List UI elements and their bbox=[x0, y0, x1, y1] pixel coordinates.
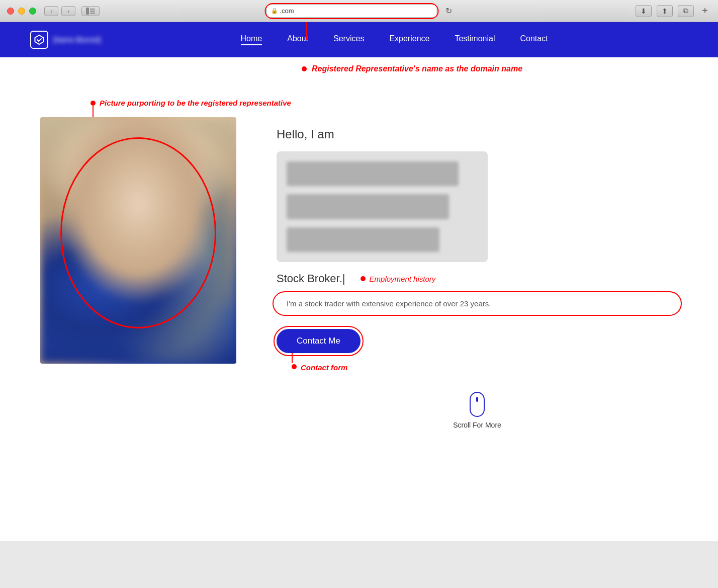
reload-button[interactable]: ↻ bbox=[445, 6, 452, 16]
annotation-dot-photo bbox=[91, 101, 96, 106]
svg-rect-1 bbox=[90, 9, 95, 10]
name-blur-line-3 bbox=[287, 227, 439, 252]
navigation-bar: [Name Blurred] Home About Services Exper… bbox=[0, 22, 718, 57]
scroll-label: Scroll For More bbox=[453, 421, 501, 429]
nav-contact[interactable]: Contact bbox=[520, 34, 548, 45]
employment-annotation: Employment history bbox=[361, 275, 436, 283]
new-tab-button[interactable]: + bbox=[699, 5, 711, 17]
scroll-mouse-icon bbox=[470, 392, 485, 417]
job-title: Stock Broker.| bbox=[277, 272, 345, 285]
back-button[interactable]: ‹ bbox=[44, 6, 58, 16]
annotation-dot-employment bbox=[361, 276, 366, 281]
contact-btn-container: Contact Me bbox=[277, 329, 678, 353]
annotation-dot-domain bbox=[302, 66, 307, 71]
address-bar-highlight bbox=[265, 3, 439, 19]
profile-photo bbox=[40, 117, 236, 364]
browser-window: ‹ › 🔒 .com ↻ ⬇ ⬆ ⧉ + bbox=[0, 0, 718, 541]
contact-me-button[interactable]: Contact Me bbox=[277, 329, 361, 353]
name-blurred-area bbox=[277, 151, 488, 262]
bio-text: I'm a stock trader with extensive experi… bbox=[277, 293, 501, 314]
photo-face-blur bbox=[40, 117, 236, 364]
content-grid: Hello, I am Stock Broker.| Employment hi bbox=[40, 117, 678, 429]
contact-form-annotation-text: Contact form bbox=[301, 363, 347, 372]
browser-controls: ⬇ ⬆ ⧉ + bbox=[636, 5, 711, 17]
domain-annotation-text: Registered Representative's name as the … bbox=[312, 64, 522, 73]
employment-annotation-text: Employment history bbox=[370, 275, 436, 283]
scroll-wheel bbox=[476, 397, 478, 402]
job-title-row: Stock Broker.| Employment history bbox=[277, 272, 678, 285]
logo-icon bbox=[30, 31, 48, 49]
nav-about[interactable]: About bbox=[287, 34, 308, 45]
forward-button[interactable]: › bbox=[61, 6, 75, 16]
sidebar-button[interactable] bbox=[81, 6, 100, 16]
svg-rect-2 bbox=[90, 11, 95, 12]
scroll-indicator: Scroll For More bbox=[277, 392, 678, 429]
contact-form-annotation: Contact form bbox=[292, 363, 678, 372]
greeting-text: Hello, I am bbox=[277, 127, 678, 141]
name-blur-line-2 bbox=[287, 194, 449, 219]
address-bar-area: 🔒 .com ↻ bbox=[266, 5, 452, 18]
maximize-button[interactable] bbox=[29, 8, 36, 15]
nav-buttons: ‹ › bbox=[44, 6, 100, 16]
annotation-dot-contact-form bbox=[292, 364, 297, 369]
contact-form-line bbox=[292, 353, 293, 363]
nav-experience[interactable]: Experience bbox=[389, 34, 429, 45]
minimize-button[interactable] bbox=[18, 8, 25, 15]
share-button[interactable]: ⬆ bbox=[657, 5, 673, 17]
photo-annotation-text: Picture purporting to be the registered … bbox=[100, 99, 291, 107]
main-content: Picture purporting to be the registered … bbox=[0, 78, 718, 531]
nav-links: Home About Services Experience Testimoni… bbox=[241, 34, 548, 45]
tab-button[interactable]: ⧉ bbox=[678, 5, 694, 17]
traffic-lights bbox=[7, 8, 36, 15]
svg-rect-3 bbox=[90, 13, 95, 14]
nav-testimonial[interactable]: Testimonial bbox=[455, 34, 495, 45]
close-button[interactable] bbox=[7, 8, 14, 15]
text-section: Hello, I am Stock Broker.| Employment hi bbox=[277, 117, 678, 429]
svg-rect-0 bbox=[86, 8, 89, 15]
photo-section bbox=[40, 117, 236, 364]
nav-services[interactable]: Services bbox=[333, 34, 364, 45]
webpage-container: [Name Blurred] Home About Services Exper… bbox=[0, 22, 718, 541]
address-bar[interactable]: 🔒 .com bbox=[266, 5, 437, 18]
logo: [Name Blurred] bbox=[30, 31, 101, 49]
nav-home[interactable]: Home bbox=[241, 34, 262, 45]
logo-text: [Name Blurred] bbox=[53, 36, 101, 44]
profile-photo-container bbox=[40, 117, 236, 364]
name-blur-line-1 bbox=[287, 161, 459, 186]
download-button[interactable]: ⬇ bbox=[636, 5, 652, 17]
bio-container: I'm a stock trader with extensive experi… bbox=[277, 293, 678, 314]
title-bar: ‹ › 🔒 .com ↻ ⬇ ⬆ ⧉ + bbox=[0, 0, 718, 22]
